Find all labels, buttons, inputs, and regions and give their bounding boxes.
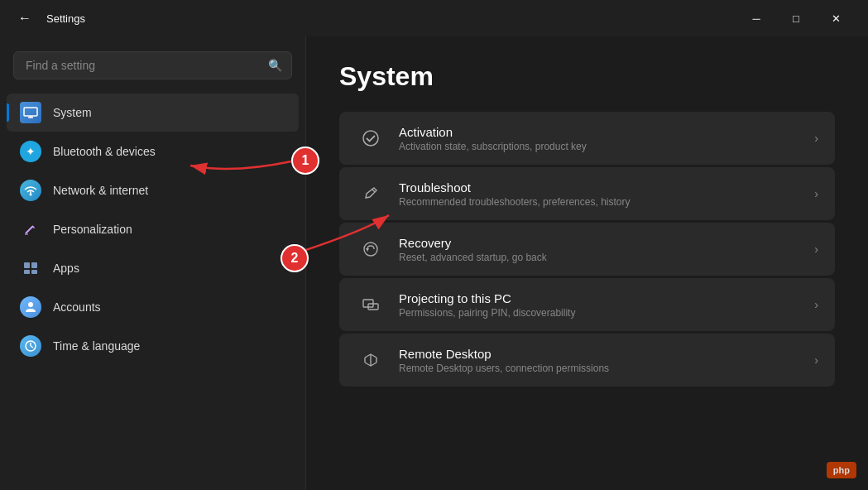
troubleshoot-text: TroubleshootRecommended troubleshooters,…	[399, 180, 806, 208]
close-button[interactable]: ✕	[817, 5, 855, 31]
app-layout: 🔍 System✦Bluetooth & devicesNetwork & in…	[0, 36, 868, 490]
projecting-title: Projecting to this PC	[399, 291, 806, 305]
chevron-right-icon: ›	[814, 243, 818, 256]
svg-point-14	[363, 131, 378, 146]
svg-point-3	[30, 194, 32, 196]
svg-point-16	[364, 243, 377, 256]
sidebar-item-apps[interactable]: Apps	[7, 249, 299, 287]
apps-icon	[20, 257, 41, 279]
chevron-right-icon: ›	[814, 132, 818, 145]
sidebar-item-bluetooth[interactable]: ✦Bluetooth & devices	[7, 132, 299, 171]
settings-item-recovery[interactable]: RecoveryReset, advanced startup, go back…	[339, 223, 835, 276]
sidebar-item-personalization[interactable]: Personalization	[7, 210, 299, 248]
settings-item-troubleshoot[interactable]: TroubleshootRecommended troubleshooters,…	[339, 167, 835, 220]
sidebar-item-label-personalization: Personalization	[53, 223, 132, 236]
svg-line-15	[372, 190, 375, 192]
remote-desktop-title: Remote Desktop	[399, 347, 806, 361]
settings-item-remote-desktop[interactable]: Remote DesktopRemote Desktop users, conn…	[339, 334, 835, 387]
projecting-settings-icon	[356, 290, 386, 319]
projecting-description: Permissions, pairing PIN, discoverabilit…	[399, 307, 806, 319]
activation-settings-icon	[356, 123, 386, 153]
sidebar: 🔍 System✦Bluetooth & devicesNetwork & in…	[0, 36, 306, 490]
search-box: 🔍	[13, 51, 292, 79]
settings-item-projecting[interactable]: Projecting to this PCPermissions, pairin…	[339, 278, 835, 331]
chevron-right-icon: ›	[814, 353, 818, 367]
bluetooth-icon: ✦	[20, 141, 41, 162]
activation-text: ActivationActivation state, subscription…	[399, 125, 806, 152]
back-button[interactable]: ←	[13, 7, 36, 30]
svg-rect-8	[24, 270, 30, 274]
app-title: Settings	[46, 12, 85, 25]
sidebar-item-time[interactable]: Time & language	[7, 327, 299, 365]
recovery-description: Reset, advanced startup, go back	[399, 252, 806, 263]
svg-rect-6	[24, 262, 30, 268]
svg-marker-17	[366, 248, 369, 252]
minimize-button[interactable]: ─	[737, 5, 775, 31]
annotation-2: 2	[281, 244, 309, 272]
titlebar: ← Settings ─ □ ✕	[0, 0, 868, 36]
svg-point-10	[28, 302, 33, 307]
activation-title: Activation	[399, 125, 806, 139]
recovery-settings-icon	[356, 234, 386, 264]
remote-desktop-description: Remote Desktop users, connection permiss…	[399, 363, 806, 374]
remote-desktop-settings-icon	[356, 345, 386, 375]
svg-rect-0	[24, 108, 37, 116]
network-icon	[20, 180, 41, 201]
svg-line-13	[31, 346, 33, 348]
titlebar-left: ← Settings	[13, 7, 85, 30]
sidebar-nav: System✦Bluetooth & devicesNetwork & inte…	[0, 93, 305, 366]
system-icon	[20, 102, 41, 123]
troubleshoot-title: Troubleshoot	[399, 180, 806, 195]
sidebar-item-label-time: Time & language	[53, 339, 140, 353]
maximize-button[interactable]: □	[777, 5, 815, 31]
time-icon	[20, 335, 41, 357]
sidebar-item-network[interactable]: Network & internet	[7, 171, 299, 209]
svg-rect-7	[31, 262, 37, 268]
sidebar-item-label-apps: Apps	[53, 262, 79, 275]
svg-line-4	[26, 226, 33, 233]
php-watermark: php	[827, 462, 856, 478]
main-content: System ActivationActivation state, subsc…	[306, 36, 868, 490]
troubleshoot-description: Recommended troubleshooters, preferences…	[399, 196, 806, 208]
chevron-right-icon: ›	[814, 187, 818, 200]
annotation-1: 1	[291, 147, 319, 175]
accounts-icon	[20, 296, 41, 318]
titlebar-controls: ─ □ ✕	[737, 5, 855, 31]
recovery-title: Recovery	[399, 236, 806, 250]
sidebar-item-label-bluetooth: Bluetooth & devices	[53, 145, 156, 158]
settings-list: ActivationActivation state, subscription…	[339, 112, 835, 387]
search-input[interactable]	[13, 51, 292, 79]
personalization-icon	[20, 219, 41, 240]
activation-description: Activation state, subscriptions, product…	[399, 141, 806, 152]
sidebar-item-label-accounts: Accounts	[53, 300, 101, 314]
projecting-text: Projecting to this PCPermissions, pairin…	[399, 291, 806, 319]
svg-rect-9	[31, 270, 37, 274]
page-title: System	[339, 61, 835, 92]
sidebar-item-label-network: Network & internet	[53, 184, 148, 197]
sidebar-item-accounts[interactable]: Accounts	[7, 288, 299, 326]
settings-item-activation[interactable]: ActivationActivation state, subscription…	[339, 112, 835, 165]
svg-rect-5	[25, 233, 28, 235]
chevron-right-icon: ›	[814, 298, 818, 311]
sidebar-item-label-system: System	[53, 106, 92, 119]
troubleshoot-settings-icon	[356, 179, 386, 209]
sidebar-item-system[interactable]: System	[7, 94, 299, 132]
recovery-text: RecoveryReset, advanced startup, go back	[399, 236, 806, 263]
remote-desktop-text: Remote DesktopRemote Desktop users, conn…	[399, 347, 806, 374]
